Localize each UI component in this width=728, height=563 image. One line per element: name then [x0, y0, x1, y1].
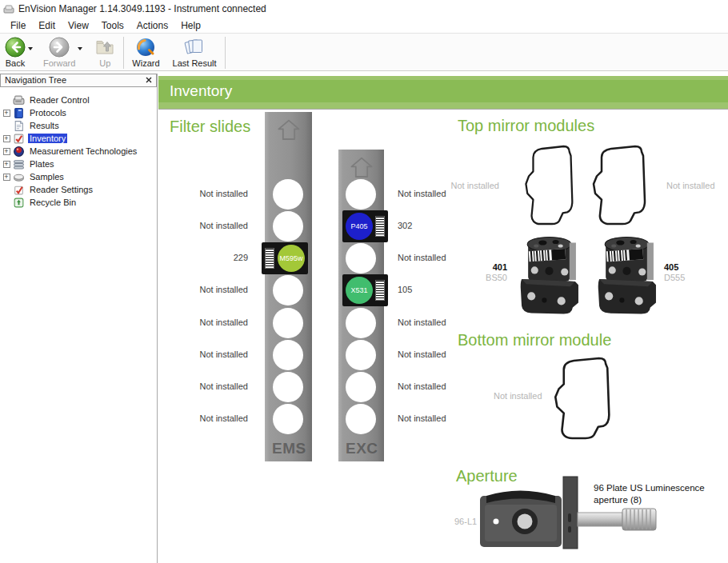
slide-home-arrow-icon	[274, 118, 303, 142]
filter-lens: X531	[346, 277, 373, 304]
close-icon[interactable]	[143, 75, 154, 86]
forward-icon	[49, 37, 70, 58]
filter-name-label: P405	[350, 222, 367, 230]
last-result-label: Last Result	[173, 58, 217, 68]
navigation-panel-header: Navigation Tree	[0, 74, 157, 87]
top-mirror-module-label: 405 D555	[664, 262, 685, 283]
back-label: Back	[6, 58, 25, 68]
filter-slot	[346, 308, 376, 338]
filter-slot-status: Not installed	[170, 349, 248, 359]
app-icon	[3, 3, 14, 14]
menu-view[interactable]: View	[62, 19, 95, 32]
expand-icon[interactable]: +	[0, 174, 13, 181]
filter-slot-status: Not installed	[398, 253, 486, 262]
sidebar-item-label: Inventory	[28, 134, 67, 143]
filter-slide-ems: EMS	[265, 112, 312, 461]
forward-label: Forward	[43, 58, 75, 68]
filter-slot	[273, 211, 303, 242]
up-label: Up	[99, 58, 110, 68]
sidebar-item-recycle-bin[interactable]: Recycle Bin	[0, 196, 157, 209]
page-header-bar	[158, 80, 728, 102]
toolbar: Back Forward Up Wizard Last R	[0, 33, 728, 71]
sidebar-item-results[interactable]: Results	[0, 119, 157, 132]
top-mirror-empty-slot	[522, 145, 582, 228]
filter-slot-status: Not installed	[170, 381, 248, 391]
menu-edit[interactable]: Edit	[32, 19, 62, 32]
sidebar-item-plates[interactable]: +Plates	[0, 158, 157, 170]
results-icon	[13, 120, 25, 131]
mirror-position: 405	[664, 262, 685, 273]
slide-home-arrow-icon	[347, 155, 376, 179]
navigation-panel-title: Navigation Tree	[5, 75, 66, 85]
back-button[interactable]: Back	[5, 37, 26, 68]
filter-slot-status: Not installed	[398, 381, 486, 391]
plates-icon	[13, 158, 25, 170]
envision-manager-window: EnVision Manager 1.14.3049.1193 - Instru…	[0, 0, 728, 563]
filter-slot-status: Not installed	[398, 413, 486, 423]
aperture-name: 96 Plate US Luminescence aperture (8)	[594, 482, 707, 506]
reader-settings-icon	[13, 184, 25, 195]
last-result-button[interactable]: Last Result	[173, 37, 217, 68]
filter-chip-x531: X531	[342, 274, 388, 306]
expand-icon[interactable]: +	[0, 148, 13, 155]
top-mirrors-heading: Top mirror modules	[458, 117, 594, 135]
expand-icon[interactable]: +	[0, 161, 13, 168]
filter-slot-status: Not installed	[170, 413, 248, 423]
menu-file[interactable]: File	[4, 19, 32, 32]
filter-chip-p405: P405	[342, 210, 388, 242]
sidebar-item-samples[interactable]: +Samples	[0, 170, 157, 183]
sidebar-item-inventory[interactable]: +Inventory	[0, 132, 157, 145]
filter-slot	[273, 404, 303, 434]
up-button[interactable]: Up	[94, 37, 115, 68]
filter-lens: M595w	[278, 245, 305, 272]
menu-tools[interactable]: Tools	[95, 19, 130, 32]
back-icon	[5, 37, 26, 58]
menu-actions[interactable]: Actions	[130, 19, 174, 32]
filter-slot	[273, 275, 303, 305]
expand-icon[interactable]: +	[0, 110, 13, 117]
filter-slot-status: 302	[398, 221, 486, 230]
sidebar-item-reader-control[interactable]: Reader Control	[0, 94, 157, 106]
sidebar-item-label: Protocols	[28, 108, 68, 118]
filter-slot	[273, 372, 303, 402]
filter-slot-status: 229	[170, 253, 248, 262]
filter-slot	[346, 340, 376, 370]
protocols-icon	[13, 107, 25, 118]
wizard-button[interactable]: Wizard	[132, 37, 159, 68]
inventory-icon	[13, 133, 25, 144]
title-bar: EnVision Manager 1.14.3049.1193 - Instru…	[0, 0, 728, 18]
barcode-icon	[375, 216, 385, 237]
sidebar-item-label: Samples	[28, 172, 66, 182]
aperture-position: 96-L1	[454, 517, 477, 526]
sidebar-item-reader-settings[interactable]: Reader Settings	[0, 183, 157, 196]
wizard-icon	[135, 37, 156, 58]
back-dropdown-icon[interactable]	[28, 47, 33, 50]
recycle-bin-icon	[13, 197, 25, 208]
navigation-panel: Navigation Tree Reader Control+Protocols…	[0, 74, 158, 563]
filter-slot-status: Not installed	[398, 349, 486, 359]
sidebar-item-label: Recycle Bin	[28, 198, 78, 207]
bottom-mirror-status: Not installed	[494, 391, 542, 401]
measurement-technologies-icon	[13, 146, 25, 157]
page-title: Inventory	[170, 82, 232, 100]
filter-slot	[346, 243, 376, 274]
forward-button[interactable]: Forward	[43, 37, 75, 68]
forward-dropdown-icon[interactable]	[78, 47, 82, 50]
toolbar-separator	[123, 37, 124, 69]
filter-slot	[273, 179, 303, 210]
bottom-mirror-empty-slot	[550, 357, 621, 442]
top-mirror-module-image	[518, 234, 581, 316]
mirror-name: BS50	[472, 273, 507, 283]
sidebar-item-label: Results	[28, 121, 61, 130]
top-mirror-module-image	[596, 234, 658, 316]
sidebar-item-measurement-technologies[interactable]: +Measurement Technologies	[0, 145, 157, 158]
barcode-icon	[265, 248, 274, 269]
filter-slot	[273, 340, 303, 370]
barcode-icon	[375, 280, 385, 301]
menu-help[interactable]: Help	[174, 19, 207, 32]
filter-slides-heading: Filter slides	[170, 118, 250, 136]
expand-icon[interactable]: +	[0, 135, 13, 142]
up-folder-icon	[94, 37, 115, 58]
sidebar-item-protocols[interactable]: +Protocols	[0, 106, 157, 119]
sidebar-item-label: Plates	[28, 159, 56, 169]
